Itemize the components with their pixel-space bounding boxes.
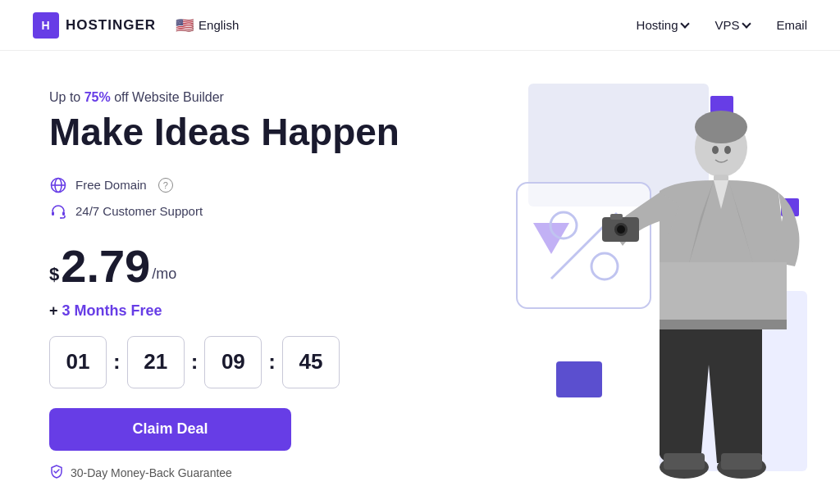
countdown-seconds: 45 — [282, 336, 340, 388]
language-selector[interactable]: 🇺🇸 English — [176, 16, 239, 34]
countdown-sep-2: : — [185, 349, 205, 375]
free-months-highlight: 3 Months Free — [62, 302, 162, 319]
language-label: English — [199, 18, 239, 32]
svg-point-11 — [712, 146, 719, 154]
svg-point-5 — [60, 217, 62, 219]
countdown-minutes: 09 — [204, 336, 262, 388]
support-label: 24/7 Customer Support — [75, 204, 203, 218]
chevron-down-icon — [681, 19, 690, 28]
svg-point-12 — [724, 146, 731, 154]
countdown-days: 01 — [49, 336, 107, 388]
countdown-hours: 21 — [127, 336, 185, 388]
price-period: /mo — [152, 266, 176, 283]
free-months: + 3 Months Free — [49, 302, 410, 320]
help-icon[interactable]: ? — [158, 178, 173, 193]
globe-icon — [49, 176, 67, 194]
brand-name: HOSTINGER — [66, 17, 156, 34]
countdown-sep-3: : — [262, 349, 282, 375]
svg-rect-22 — [664, 453, 705, 470]
brand-logo[interactable]: H HOSTINGER — [33, 12, 156, 39]
promo-text: Up to 75% off Website Builder — [49, 90, 410, 105]
svg-rect-3 — [52, 211, 54, 216]
logo-icon: H — [33, 12, 59, 39]
chevron-down-icon — [742, 19, 751, 28]
svg-rect-18 — [660, 262, 787, 328]
person-figure — [594, 102, 807, 504]
svg-rect-17 — [610, 214, 623, 220]
countdown-timer: 01 : 21 : 09 : 45 — [49, 336, 410, 388]
countdown-sep-1: : — [107, 349, 127, 375]
claim-deal-button[interactable]: Claim Deal — [49, 408, 291, 451]
main-content: Up to 75% off Website Builder Make Ideas… — [0, 51, 840, 504]
shield-icon — [49, 464, 64, 482]
money-back-guarantee: 30-Day Money-Back Guarantee — [49, 464, 410, 482]
svg-point-6 — [550, 212, 577, 238]
nav-vps[interactable]: VPS — [714, 18, 750, 32]
nav-hosting[interactable]: Hosting — [637, 18, 689, 32]
price-section: $ 2.79 /mo — [49, 243, 410, 289]
money-back-label: 30-Day Money-Back Guarantee — [71, 466, 232, 479]
features-list: Free Domain ? 24/7 Customer Support — [49, 176, 410, 220]
promo-highlight: 75% — [84, 90, 111, 104]
svg-rect-23 — [721, 453, 762, 470]
nav-right: Hosting VPS Email — [637, 18, 807, 32]
svg-point-10 — [695, 111, 747, 143]
hero-left: Up to 75% off Website Builder Make Ideas… — [0, 51, 410, 504]
navbar: H HOSTINGER 🇺🇸 English Hosting VPS Email — [0, 0, 840, 51]
nav-email[interactable]: Email — [776, 18, 807, 32]
hero-illustration — [381, 51, 840, 504]
feature-free-domain: Free Domain ? — [49, 176, 410, 194]
svg-point-16 — [617, 225, 625, 234]
price-dollar: $ — [49, 260, 59, 288]
flag-icon: 🇺🇸 — [176, 16, 194, 34]
headset-icon — [49, 202, 67, 220]
svg-rect-4 — [62, 211, 65, 216]
feature-support: 24/7 Customer Support — [49, 202, 410, 220]
price-main: 2.79 — [61, 243, 150, 289]
free-domain-label: Free Domain — [75, 178, 147, 192]
headline: Make Ideas Happen — [49, 111, 410, 153]
svg-rect-19 — [660, 320, 787, 329]
